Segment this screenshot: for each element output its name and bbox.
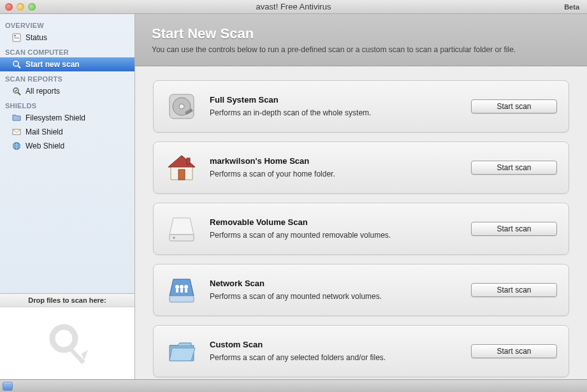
sidebar-header-scan-computer: SCAN COMPUTER <box>0 45 134 57</box>
sidebar-header-shields: SHIELDS <box>0 98 134 111</box>
svg-point-4 <box>13 61 18 66</box>
start-scan-button[interactable]: Start scan <box>471 161 557 175</box>
svg-rect-18 <box>187 158 190 164</box>
zoom-window-button[interactable] <box>28 3 36 11</box>
sidebar-item-filesystem-shield[interactable]: Filesystem Shield <box>0 111 134 125</box>
scan-title: markwilson's Home Scan <box>210 156 460 166</box>
scan-card-full-system: Full System Scan Performs an in-depth sc… <box>153 80 569 133</box>
magnifier-check-icon <box>11 86 22 96</box>
sidebar-item-label: All reports <box>25 87 60 96</box>
status-icon <box>11 33 22 43</box>
scan-list: Full System Scan Performs an in-depth sc… <box>135 66 587 391</box>
drop-zone-icon <box>0 307 134 379</box>
house-icon <box>165 151 198 184</box>
svg-rect-25 <box>180 289 183 293</box>
sidebar: OVERVIEW Status SCAN COMPUTER Start new … <box>0 14 135 379</box>
scan-title: Network Scan <box>210 279 460 288</box>
svg-rect-27 <box>185 289 187 293</box>
scan-card-removable: Removable Volume Scan Performs a scan of… <box>153 203 569 255</box>
folder-open-icon <box>165 335 198 368</box>
scan-card-network: Network Scan Performs a scan of any moun… <box>153 264 569 316</box>
sidebar-item-label: Start new scan <box>25 60 80 69</box>
folder-shield-icon <box>11 113 22 123</box>
svg-point-12 <box>52 327 75 350</box>
scan-title: Full System Scan <box>210 95 460 105</box>
svg-rect-23 <box>176 289 178 293</box>
svg-point-26 <box>184 285 188 289</box>
scan-card-custom: Custom Scan Performs a scan of any selec… <box>153 325 569 377</box>
network-drive-icon <box>165 273 198 307</box>
start-scan-button[interactable]: Start scan <box>471 222 557 236</box>
close-window-button[interactable] <box>5 3 13 11</box>
drop-zone-label: Drop files to scan here: <box>0 294 134 307</box>
svg-point-22 <box>175 285 179 289</box>
sidebar-header-overview: OVERVIEW <box>0 18 134 31</box>
drop-zone[interactable]: Drop files to scan here: <box>0 293 134 379</box>
web-shield-icon <box>11 141 22 151</box>
sidebar-item-status[interactable]: Status <box>0 31 134 45</box>
removable-drive-icon <box>165 212 198 245</box>
minimize-window-button[interactable] <box>17 3 24 11</box>
magnifier-icon <box>11 59 22 69</box>
scan-title: Custom Scan <box>210 340 460 349</box>
svg-line-5 <box>18 66 20 68</box>
scan-desc: Performs a scan of any mounted removable… <box>210 231 460 240</box>
sidebar-item-label: Status <box>25 33 47 42</box>
svg-rect-1 <box>14 35 16 36</box>
harddrive-icon <box>165 90 198 123</box>
scan-desc: Performs a scan of any selected folders … <box>210 353 460 362</box>
scan-desc: Performs an in-depth scan of the whole s… <box>210 108 460 117</box>
window-title: avast! Free Antivirus <box>0 2 587 11</box>
main-header: Start New Scan You can use the controls … <box>135 14 587 66</box>
scan-desc: Performs a scan of any mounted network v… <box>210 292 460 301</box>
sidebar-header-scan-reports: SCAN REPORTS <box>0 71 134 84</box>
svg-rect-21 <box>170 296 194 302</box>
titlebar: avast! Free Antivirus Beta <box>0 0 587 14</box>
page-title: Start New Scan <box>152 25 570 42</box>
svg-point-15 <box>179 104 184 109</box>
svg-rect-17 <box>178 170 185 180</box>
main-panel: Start New Scan You can use the controls … <box>135 14 587 379</box>
scan-card-home: markwilson's Home Scan Performs a scan o… <box>153 142 569 194</box>
svg-rect-3 <box>14 38 19 39</box>
page-subtitle: You can use the controls below to run a … <box>152 45 570 55</box>
sidebar-item-label: Filesystem Shield <box>25 113 85 122</box>
statusbar-toggle-button[interactable] <box>3 382 13 391</box>
beta-badge: Beta <box>564 3 582 11</box>
start-scan-button[interactable]: Start scan <box>471 344 557 358</box>
sidebar-item-web-shield[interactable]: Web Shield <box>0 139 134 153</box>
start-scan-button[interactable]: Start scan <box>471 99 557 113</box>
sidebar-item-label: Web Shield <box>25 142 64 150</box>
svg-point-24 <box>180 285 184 289</box>
sidebar-item-all-reports[interactable]: All reports <box>0 84 134 98</box>
svg-point-20 <box>173 236 175 238</box>
sidebar-item-mail-shield[interactable]: Mail Shield <box>0 125 134 139</box>
mail-shield-icon <box>11 127 22 137</box>
start-scan-button[interactable]: Start scan <box>471 283 557 297</box>
sidebar-item-start-new-scan[interactable]: Start new scan <box>0 57 134 71</box>
scan-desc: Performs a scan of your home folder. <box>210 170 460 178</box>
window-controls <box>5 3 36 11</box>
svg-rect-2 <box>14 37 19 38</box>
scan-title: Removable Volume Scan <box>210 217 460 227</box>
sidebar-item-label: Mail Shield <box>25 127 63 136</box>
svg-line-7 <box>18 92 20 95</box>
